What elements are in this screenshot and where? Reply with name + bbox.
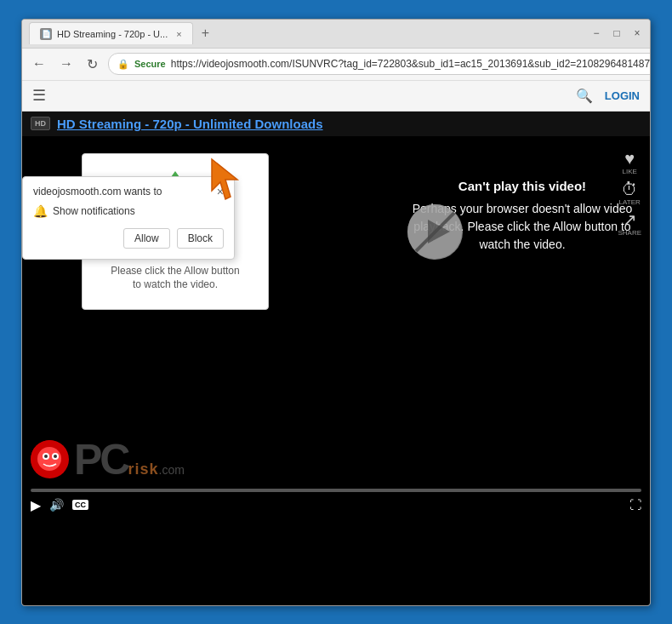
volume-icon[interactable]: 🔊 bbox=[49, 498, 64, 512]
close-button[interactable]: × bbox=[631, 27, 643, 39]
later-button[interactable]: ⏱ LATER bbox=[618, 180, 641, 206]
video-top-bar: HD HD Streaming - 720p - Unlimited Downl… bbox=[22, 112, 650, 136]
pcrisk-logo bbox=[31, 440, 69, 478]
svg-point-10 bbox=[54, 455, 57, 458]
browser-tab[interactable]: 📄 HD Streaming - 720p - U... × bbox=[29, 22, 193, 44]
pcrisk-watermark: PC risk .com bbox=[31, 438, 185, 481]
video-top-left: HD HD Streaming - 720p - Unlimited Downl… bbox=[31, 117, 323, 131]
window-controls: − □ × bbox=[590, 27, 643, 39]
like-button[interactable]: ♥ LIKE bbox=[618, 150, 641, 175]
orange-cursor-arrow bbox=[205, 152, 256, 215]
new-tab-button[interactable]: + bbox=[198, 26, 213, 41]
cc-button[interactable]: CC bbox=[72, 500, 88, 510]
popup-title: videojosmooth.com wants to bbox=[33, 186, 217, 198]
lock-icon: 🔒 bbox=[117, 59, 129, 70]
progress-bar[interactable] bbox=[31, 489, 641, 492]
like-label: LIKE bbox=[623, 168, 637, 175]
svg-marker-0 bbox=[212, 159, 237, 199]
search-button[interactable]: 🔍 bbox=[576, 88, 593, 104]
pc-text: PC bbox=[74, 438, 128, 481]
refresh-button[interactable]: ↻ bbox=[83, 54, 101, 74]
show-notifications-label: Show notifications bbox=[53, 205, 135, 217]
tab-close-button[interactable]: × bbox=[176, 29, 181, 39]
site-toolbar: ☰ 🔍 LOGIN bbox=[22, 81, 650, 112]
share-icon: ↗ bbox=[623, 211, 637, 228]
fullscreen-button[interactable]: ⛶ bbox=[629, 498, 641, 512]
hd-badge: HD bbox=[31, 117, 50, 130]
clock-icon: ⏱ bbox=[621, 180, 638, 198]
bell-icon: 🔔 bbox=[33, 204, 48, 218]
address-bar: ← → ↻ 🔒 Secure https://videojosmooth.com… bbox=[22, 49, 650, 81]
dotcom-text: .com bbox=[159, 463, 185, 477]
video-title[interactable]: HD Streaming - 720p - Unlimited Download… bbox=[57, 117, 323, 131]
pcrisk-text: PC risk .com bbox=[74, 438, 185, 481]
url-text: https://videojosmooth.com/ISUNVRC?tag_id… bbox=[171, 58, 651, 70]
please-click-desc: Please click the Allow button to watch t… bbox=[108, 264, 242, 293]
forward-button[interactable]: → bbox=[56, 54, 77, 73]
hamburger-menu-icon[interactable]: ☰ bbox=[32, 86, 46, 105]
popup-buttons: Allow Block bbox=[33, 228, 224, 249]
minimize-button[interactable]: − bbox=[590, 27, 602, 39]
popup-notification-row: 🔔 Show notifications bbox=[33, 204, 224, 218]
cant-play-title: Can't play this video! bbox=[412, 179, 633, 193]
tab-favicon: 📄 bbox=[40, 28, 52, 40]
back-button[interactable]: ← bbox=[29, 54, 49, 73]
share-button[interactable]: ↗ SHARE bbox=[618, 211, 641, 237]
svg-point-9 bbox=[44, 455, 48, 458]
maximize-button[interactable]: □ bbox=[611, 27, 623, 39]
address-input[interactable]: 🔒 Secure https://videojosmooth.com/ISUNV… bbox=[108, 53, 651, 75]
play-control-button[interactable]: ▶ bbox=[31, 497, 41, 513]
popup-header: videojosmooth.com wants to × bbox=[33, 186, 224, 198]
notification-popup: videojosmooth.com wants to × 🔔 Show noti… bbox=[22, 176, 235, 260]
play-button-area[interactable] bbox=[407, 204, 463, 260]
login-button[interactable]: LOGIN bbox=[605, 89, 640, 102]
browser-window: 📄 HD Streaming - 720p - U... × + − □ × ←… bbox=[21, 19, 651, 606]
controls-row: ▶ 🔊 CC ⛶ bbox=[31, 497, 641, 513]
heart-icon: ♥ bbox=[624, 150, 635, 167]
secure-label: Secure bbox=[134, 59, 166, 69]
video-controls: ▶ 🔊 CC ⛶ bbox=[22, 485, 650, 528]
block-button[interactable]: Block bbox=[177, 228, 224, 249]
svg-point-6 bbox=[37, 447, 61, 471]
content-wrapper: videojosmooth.com wants to × 🔔 Show noti… bbox=[22, 112, 650, 605]
later-label: LATER bbox=[619, 198, 641, 206]
play-button-circle[interactable] bbox=[407, 204, 463, 260]
video-side-icons: ♥ LIKE ⏱ LATER ↗ SHARE bbox=[618, 150, 641, 237]
allow-button[interactable]: Allow bbox=[123, 228, 170, 249]
risk-text: risk bbox=[128, 461, 158, 478]
tab-title: HD Streaming - 720p - U... bbox=[57, 29, 168, 39]
title-bar: 📄 HD Streaming - 720p - U... × + − □ × bbox=[22, 20, 650, 49]
share-label: SHARE bbox=[618, 229, 641, 237]
